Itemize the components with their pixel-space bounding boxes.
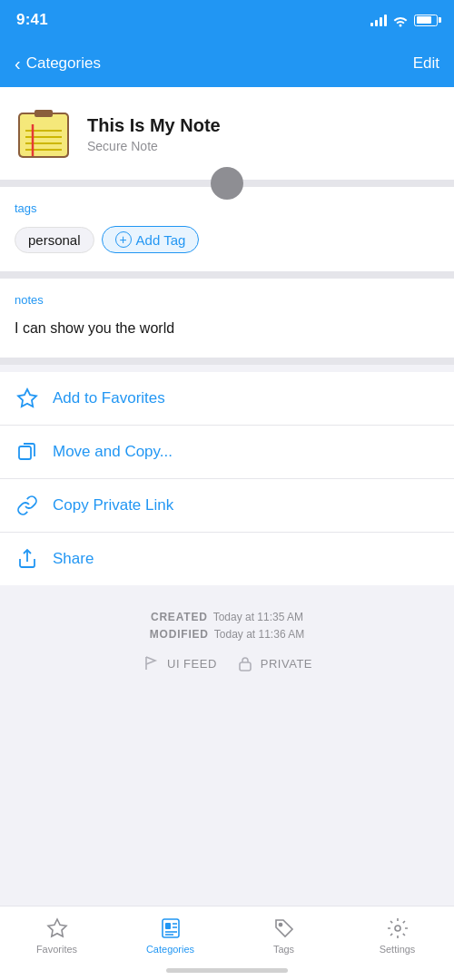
meta-badges: UI FEED PRIVATE	[15, 653, 439, 673]
status-bar: 9:41	[0, 0, 454, 40]
flag-icon	[142, 653, 162, 673]
share-row[interactable]: Share	[0, 533, 454, 585]
add-tag-label: Add Tag	[136, 232, 186, 248]
thin-divider-2	[0, 358, 454, 365]
edit-button[interactable]: Edit	[413, 54, 439, 73]
battery-icon	[414, 15, 438, 26]
modified-key: MODIFIED	[150, 628, 209, 641]
nav-bar: ‹ Categories Edit	[0, 40, 454, 87]
back-label: Categories	[26, 54, 101, 73]
created-value: Today at 11:35 AM	[213, 611, 303, 623]
tab-categories[interactable]: Categories	[114, 914, 227, 955]
share-label: Share	[53, 550, 94, 568]
wifi-icon	[392, 14, 409, 26]
move-copy-row[interactable]: Move and Copy...	[0, 426, 454, 479]
home-indicator	[166, 968, 288, 973]
settings-tab-label: Settings	[380, 944, 416, 955]
notes-section: notes I can show you the world	[0, 279, 454, 358]
copy-private-link-row[interactable]: Copy Private Link	[0, 479, 454, 533]
status-icons	[370, 14, 438, 26]
lock-icon	[235, 653, 255, 673]
modified-value: Today at 11:36 AM	[214, 628, 304, 641]
chevron-left-icon: ‹	[15, 54, 21, 74]
modified-row: MODIFIED Today at 11:36 AM	[15, 628, 439, 641]
tab-settings[interactable]: Settings	[340, 914, 454, 955]
tag-personal[interactable]: personal	[15, 227, 94, 253]
add-to-favorites-label: Add to Favorites	[53, 389, 165, 407]
svg-marker-9	[18, 389, 36, 407]
thin-divider-1	[0, 271, 454, 279]
signal-icon	[370, 14, 387, 26]
created-key: CREATED	[151, 611, 208, 623]
tab-favorites[interactable]: Favorites	[0, 914, 114, 955]
notes-label: notes	[15, 293, 439, 307]
uifeed-label: UI FEED	[167, 657, 217, 671]
private-badge: PRIVATE	[235, 653, 312, 673]
back-button[interactable]: ‹ Categories	[15, 54, 101, 74]
move-copy-icon	[15, 439, 40, 465]
tab-tags[interactable]: Tags	[227, 914, 340, 955]
add-tag-button[interactable]: + Add Tag	[102, 226, 200, 253]
plus-icon: +	[115, 231, 132, 248]
tags-row: personal + Add Tag	[15, 226, 439, 253]
notes-content: I can show you the world	[15, 318, 439, 339]
uifeed-badge: UI FEED	[142, 653, 217, 673]
copy-private-link-label: Copy Private Link	[53, 496, 173, 514]
svg-rect-12	[240, 662, 251, 671]
note-subtitle: Secure Note	[87, 139, 221, 153]
actions-section: Add to Favorites Move and Copy... Copy P…	[0, 372, 454, 585]
svg-point-21	[395, 926, 400, 931]
move-copy-label: Move and Copy...	[53, 443, 173, 461]
svg-point-20	[279, 924, 281, 926]
settings-tab-icon	[385, 916, 410, 941]
created-row: CREATED Today at 11:35 AM	[15, 611, 439, 623]
note-info: This Is My Note Secure Note	[87, 115, 221, 153]
svg-marker-13	[48, 919, 66, 936]
drag-handle[interactable]	[211, 167, 243, 200]
note-app-icon	[15, 105, 73, 163]
categories-tab-label: Categories	[146, 944, 194, 955]
svg-rect-15	[165, 923, 171, 929]
categories-tab-icon	[158, 916, 183, 941]
metadata-section: CREATED Today at 11:35 AM MODIFIED Today…	[0, 585, 454, 688]
private-label: PRIVATE	[261, 657, 312, 671]
status-time: 9:41	[16, 11, 48, 29]
tags-label: tags	[15, 201, 439, 215]
favorites-tab-icon	[44, 916, 70, 941]
section-divider	[0, 180, 454, 187]
svg-rect-8	[35, 110, 53, 117]
note-title: This Is My Note	[87, 115, 221, 136]
tags-tab-icon	[271, 916, 297, 941]
favorites-tab-label: Favorites	[36, 944, 77, 955]
add-to-favorites-row[interactable]: Add to Favorites	[0, 372, 454, 426]
tags-tab-label: Tags	[273, 944, 294, 955]
link-icon	[15, 493, 40, 518]
star-icon	[15, 386, 40, 411]
svg-rect-10	[19, 446, 31, 459]
share-icon	[15, 546, 40, 572]
note-header: This Is My Note Secure Note	[0, 87, 454, 180]
